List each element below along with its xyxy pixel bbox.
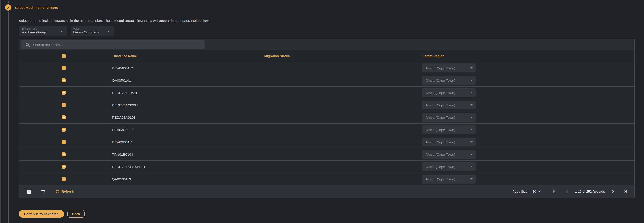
row-checkbox[interactable] [62,91,66,95]
search-input[interactable] [33,43,202,47]
indeterminate-dash-icon [62,68,65,68]
column-header-instance-name: Instance Name [108,54,236,58]
target-region-value: Africa (Cape Town) [426,140,455,144]
chevron-down-icon [470,117,472,118]
target-region-value: Africa (Cape Town) [426,153,455,156]
chevron-down-icon [470,166,472,167]
instance-name-cell: DEV03C0302 [108,128,236,132]
table-row: DEV03B0411 Africa (Cape Town) [19,136,634,148]
target-region-select[interactable]: Africa (Cape Town) [422,162,476,171]
refresh-button[interactable]: Refresh [55,189,74,194]
select-all-checkbox[interactable] [62,54,66,58]
indeterminate-dash-icon [62,56,65,56]
row-checkbox[interactable] [62,165,66,169]
selector-type-value: Machine Group [22,30,58,34]
wrap-flow-arrow-icon [41,189,46,194]
instance-name-cell: PEQA01A0103 [108,116,236,119]
target-region-select[interactable]: Africa (Cape Town) [422,101,476,109]
step-title: Select Machines and more [14,6,58,10]
indeterminate-dash-icon [62,142,65,142]
instance-name-cell: QA03P0101 [108,79,236,82]
first-page-button[interactable] [552,189,556,194]
row-checkbox[interactable] [62,78,66,82]
indeterminate-dash-icon [62,154,65,155]
target-region-value: Africa (Cape Town) [426,128,455,132]
value-label: Value [73,27,105,30]
indeterminate-dash-icon [62,80,65,81]
previous-page-button[interactable] [565,189,569,194]
target-region-select[interactable]: Africa (Cape Town) [422,113,476,122]
target-region-select[interactable]: Africa (Cape Town) [422,150,476,159]
indeterminate-dash-icon [62,117,65,118]
page-size-select[interactable] [539,191,541,192]
target-region-value: Africa (Cape Town) [426,165,455,169]
chevron-down-icon [470,178,472,180]
row-checkbox[interactable] [62,115,66,119]
back-button[interactable]: Back [68,210,85,217]
row-checkbox[interactable] [62,177,66,181]
previous-page-icon [565,189,569,194]
target-region-select[interactable]: Africa (Cape Town) [422,125,476,134]
wizard-actions: Continue to next step Back [18,210,85,217]
target-region-value: Africa (Cape Town) [426,103,455,107]
target-region-select[interactable]: Africa (Cape Town) [422,64,476,73]
table-row: PEDEV01C0304 Africa (Cape Town) [19,99,634,111]
instance-name-cell: PEDEV01F0501 [108,91,236,95]
chevron-down-icon [470,154,472,155]
step-edit-icon [5,5,11,11]
next-page-icon [610,189,615,194]
chevron-down-icon [470,80,472,81]
chevron-down-icon [108,31,110,32]
target-region-select[interactable]: Africa (Cape Town) [422,76,476,85]
chevron-down-icon [470,141,472,143]
value-select[interactable]: Value Demo Company [70,26,114,36]
target-region-value: Africa (Cape Town) [426,91,455,95]
table-header-row: Instance Name Migration Status Target Re… [19,50,634,62]
flow-wrap-button[interactable] [41,189,46,194]
target-region-value: Africa (Cape Town) [426,66,455,70]
refresh-label: Refresh [62,190,74,193]
row-checkbox[interactable] [62,140,66,144]
chevron-down-icon [470,92,472,93]
column-settings-button[interactable] [26,189,32,194]
target-region-value: Africa (Cape Town) [426,177,455,181]
column-header-migration-status: Migration Status [236,54,318,58]
table-row: QA03P0101 Africa (Cape Town) [19,74,634,86]
indeterminate-dash-icon [62,105,65,105]
last-page-button[interactable] [623,189,628,194]
refresh-icon [55,189,60,194]
table-row: PEDEV01F0501 Africa (Cape Town) [19,86,634,99]
row-checkbox[interactable] [62,128,66,132]
pagination-bar: Page Size: 10 1-10 of 252 Records [513,189,628,194]
table-row: TRN01B0103 Africa (Cape Town) [19,148,634,160]
selector-type-select[interactable]: Selector Type Machine Group [19,26,67,36]
row-checkbox[interactable] [62,66,66,70]
instance-name-cell: QA02B0413 [108,177,236,181]
continue-button[interactable]: Continue to next step [18,210,64,217]
filter-bar: Selector Type Machine Group Value Demo C… [19,26,114,36]
chevron-down-icon [470,129,472,130]
table-row: PEDEV01SPSAPP01 Africa (Cape Town) [19,160,634,173]
target-region-select[interactable]: Africa (Cape Town) [422,88,476,97]
target-region-select[interactable]: Africa (Cape Town) [422,137,476,146]
target-region-select[interactable]: Africa (Cape Town) [422,174,476,183]
table-row: DEV03C0302 Africa (Cape Town) [19,123,634,136]
pencil-icon [7,6,10,9]
window-left-edge [0,0,1,223]
row-checkbox[interactable] [62,152,66,156]
search-icon [26,43,30,47]
table-body: DEV04B0412 Africa (Cape Town) QA03P0101 … [19,62,634,185]
search-input-wrapper [21,40,205,49]
table-row: DEV04B0412 Africa (Cape Town) [19,62,634,74]
instances-table-panel: Instance Name Migration Status Target Re… [19,39,634,198]
row-checkbox[interactable] [62,103,66,107]
table-footer: Refresh Page Size: 10 1-10 of 252 Record… [19,185,634,198]
chevron-down-icon [60,31,63,32]
target-region-value: Africa (Cape Town) [426,116,455,119]
table-columns-icon [26,189,32,194]
first-page-icon [552,189,556,194]
records-range-label: 1-10 of 252 Records [575,190,605,193]
table-row: QA02B0413 Africa (Cape Town) [19,173,634,185]
next-page-button[interactable] [610,189,615,194]
instance-name-cell: TRN01B0103 [108,153,236,156]
